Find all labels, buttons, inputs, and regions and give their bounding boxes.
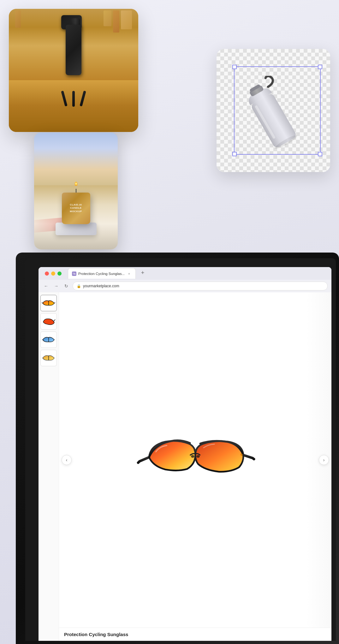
- thumbnail-sidebar: [39, 292, 59, 641]
- handle-bottom-left[interactable]: [232, 152, 237, 156]
- address-bar-row: ← → ↻ 🔒 yourmarketplace.com: [39, 280, 331, 292]
- svg-line-6: [42, 303, 43, 303]
- minimize-button[interactable]: [51, 271, 55, 276]
- bottle-image: [245, 76, 302, 145]
- product-main-area: ‹: [59, 292, 331, 641]
- refresh-button[interactable]: ↻: [62, 282, 70, 290]
- camera-card: [9, 9, 138, 132]
- browser-window: 🛍 Protection Cycling Sunglas... × + ← → …: [39, 267, 331, 641]
- bottle-card: [217, 49, 330, 172]
- forward-button[interactable]: →: [52, 282, 60, 290]
- svg-line-7: [54, 303, 55, 303]
- product-image-area: ‹: [59, 292, 331, 628]
- back-button[interactable]: ←: [42, 282, 50, 290]
- lock-icon: 🔒: [77, 284, 81, 288]
- laptop-section: 🛍 Protection Cycling Sunglas... × + ← → …: [0, 253, 339, 644]
- thumbnail-3[interactable]: [40, 331, 57, 348]
- svg-point-11: [191, 455, 194, 458]
- svg-point-12: [196, 455, 199, 458]
- thumbnail-1[interactable]: [40, 295, 57, 311]
- tab-favicon: 🛍: [72, 271, 76, 276]
- close-button[interactable]: [45, 271, 49, 276]
- tab-label: Protection Cycling Sunglas...: [78, 272, 125, 276]
- handle-bottom-right[interactable]: [318, 152, 322, 156]
- browser-chrome: 🛍 Protection Cycling Sunglas... × + ← → …: [39, 267, 331, 292]
- address-field[interactable]: 🔒 yourmarketplace.com: [73, 282, 328, 290]
- product-content: ‹: [39, 292, 331, 641]
- candle-label: CLAID.AI CANDLE MOCKUP: [70, 203, 82, 213]
- tab-close-button[interactable]: ×: [127, 271, 132, 276]
- maximize-button[interactable]: [57, 271, 62, 276]
- thumbnail-2[interactable]: [40, 313, 57, 330]
- handle-top-left[interactable]: [232, 65, 237, 69]
- screen-bezel: 🛍 Protection Cycling Sunglas... × + ← → …: [25, 258, 336, 641]
- laptop-body: 🛍 Protection Cycling Sunglas... × + ← → …: [16, 253, 339, 644]
- thumbnail-4[interactable]: [40, 350, 57, 366]
- address-text: yourmarketplace.com: [83, 284, 119, 288]
- product-image: [135, 425, 255, 495]
- product-prev-button[interactable]: ‹: [62, 455, 72, 465]
- product-title: Protection Cycling Sunglass: [64, 632, 326, 637]
- candle-card: CLAID.AI CANDLE MOCKUP: [34, 133, 118, 249]
- handle-top-right[interactable]: [318, 65, 322, 69]
- browser-tab[interactable]: 🛍 Protection Cycling Sunglas... ×: [68, 268, 136, 279]
- product-next-button[interactable]: ›: [319, 455, 329, 465]
- new-tab-button[interactable]: +: [138, 269, 147, 277]
- traffic-lights: [41, 267, 65, 280]
- product-title-area: Protection Cycling Sunglass: [59, 628, 331, 641]
- svg-line-8: [54, 319, 55, 321]
